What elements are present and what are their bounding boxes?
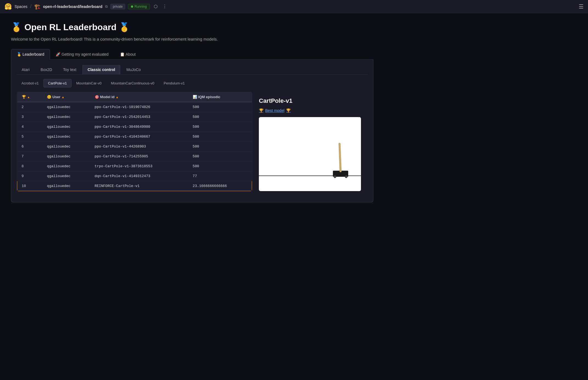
main-content: 🥇 Open RL Leaderboard 🥇 Welcome to the O…	[0, 13, 384, 211]
cartpole-svg	[259, 117, 361, 191]
running-label: Running	[135, 5, 147, 8]
table-row[interactable]: 10qgallouedecREINFORCE-CartPole-v123.166…	[17, 181, 252, 191]
cell-rank: 2	[17, 102, 43, 112]
table-row[interactable]: 7qgallouedecppo-CartPole-v1-714255985500	[17, 152, 252, 161]
spaces-label: Spaces	[15, 4, 27, 9]
col-iqm: 📊 IQM episodic	[188, 92, 252, 102]
cell-iqm: 500	[188, 112, 252, 122]
table-row[interactable]: 3qgallouedecppo-CartPole-v1-254201445350…	[17, 112, 252, 122]
col-model: 🎯 Model id ▲	[90, 92, 188, 102]
env-tab-classic-control[interactable]: Classic control	[82, 65, 120, 74]
cell-user: qgallouedec	[43, 132, 90, 142]
table-row[interactable]: 6qgallouedecppo-CartPole-v1-44268903500	[17, 142, 252, 152]
table-body: 2qgallouedecppo-CartPole-v1-101907482650…	[17, 102, 252, 191]
tab-about[interactable]: 📋 About	[114, 49, 141, 59]
rank-sort-arrow[interactable]: ▲	[27, 95, 30, 99]
cartpole-viz	[259, 117, 361, 191]
separator: /	[30, 4, 32, 9]
env-tab-mujoco[interactable]: MuJoCo	[121, 65, 145, 74]
svg-point-3	[334, 175, 336, 178]
table-header: 🏆 ▲ 😊 User ▲	[17, 92, 252, 102]
sub-env-tab-mountaincar[interactable]: MountainCar-v0	[72, 79, 107, 87]
runtime-btn[interactable]: ⬡	[153, 3, 159, 10]
tab-getting-evaluated[interactable]: 🚀 Getting my agent evaluated	[50, 49, 114, 59]
cell-rank: 3	[17, 112, 43, 122]
user-icon: 😊	[47, 95, 51, 99]
env-tab-toy-text[interactable]: Toy text	[58, 65, 81, 74]
best-model-emoji-left: 🏆	[259, 108, 264, 113]
running-badge: Running	[128, 4, 150, 9]
sub-env-tab-pendulum[interactable]: Pendulum-v1	[159, 79, 189, 87]
cell-iqm: 23.1666666666666	[188, 181, 252, 191]
tab-about-label: 📋 About	[120, 52, 136, 56]
cell-user: qgallouedec	[43, 142, 90, 152]
cell-iqm: 500	[188, 102, 252, 112]
col-user: 😊 User ▲	[43, 92, 90, 102]
options-btn[interactable]: ⋮	[161, 3, 168, 10]
cell-user: qgallouedec	[43, 112, 90, 122]
cell-iqm: 500	[188, 122, 252, 132]
table-row[interactable]: 9qgallouedecdqn-CartPole-v1-414931247377	[17, 171, 252, 181]
cell-user: qgallouedec	[43, 181, 90, 191]
best-model-emoji-right: 🏆	[286, 108, 291, 113]
repo-bold: leaderboard	[80, 4, 102, 9]
table-side-layout: 🏆 ▲ 😊 User ▲	[17, 92, 368, 197]
col-rank: 🏆 ▲	[17, 92, 43, 102]
hf-logo: 🤗	[4, 3, 12, 10]
repo-prefix: open-rl-leaderboard/	[43, 4, 80, 9]
topbar: 🤗 Spaces / 🏗️ open-rl-leaderboard/leader…	[0, 0, 588, 13]
model-sort-arrow[interactable]: ▲	[116, 95, 119, 99]
cell-rank: 7	[17, 152, 43, 161]
table-row[interactable]: 8qgallouedectrpo-CartPole-v1-38736185535…	[17, 161, 252, 171]
page-title: 🥇 Open RL Leaderboard 🥇	[11, 22, 373, 32]
main-tabs: 🥇 Leaderboard 🚀 Getting my agent evaluat…	[11, 49, 373, 59]
cell-model-id: dqn-CartPole-v1-4149312473	[90, 171, 188, 181]
copy-icon[interactable]: ⧉	[105, 4, 108, 9]
side-panel: CartPole-v1 🏆 Best model 🏆	[252, 92, 368, 197]
table-row[interactable]: 5qgallouedecppo-CartPole-v1-410434066750…	[17, 132, 252, 142]
col-iqm-label: IQM episodic	[198, 95, 220, 99]
leaderboard-table-wrap: 🏆 ▲ 😊 User ▲	[17, 92, 252, 191]
cell-iqm: 500	[188, 142, 252, 152]
sub-env-tab-acrobot[interactable]: Acrobot-v1	[17, 79, 43, 87]
hamburger-menu-btn[interactable]: ☰	[579, 3, 584, 10]
cell-user: qgallouedec	[43, 122, 90, 132]
tab-leaderboard[interactable]: 🥇 Leaderboard	[11, 49, 50, 59]
tab-leaderboard-label: 🥇 Leaderboard	[17, 52, 44, 56]
env-tab-box2d[interactable]: Box2D	[36, 65, 57, 74]
cell-rank: 4	[17, 122, 43, 132]
leaderboard-table: 🏆 ▲ 😊 User ▲	[17, 92, 252, 191]
cell-rank: 8	[17, 161, 43, 171]
sub-env-tab-mountaincar-cont[interactable]: MountainCarContinuous-v0	[106, 79, 159, 87]
cell-iqm: 500	[188, 132, 252, 142]
cell-rank: 9	[17, 171, 43, 181]
private-badge: private	[110, 4, 125, 9]
cell-model-id: ppo-CartPole-v1-44268903	[90, 142, 188, 152]
side-panel-title: CartPole-v1	[259, 97, 361, 104]
cell-iqm: 500	[188, 152, 252, 161]
table-row[interactable]: 2qgallouedecppo-CartPole-v1-101907482650…	[17, 102, 252, 112]
user-sort-arrow[interactable]: ▲	[61, 95, 65, 99]
cell-iqm: 77	[188, 171, 252, 181]
cell-rank: 5	[17, 132, 43, 142]
sub-env-tab-cartpole[interactable]: CartPole-v1	[43, 79, 72, 87]
cell-iqm: 500	[188, 161, 252, 171]
best-model-link[interactable]: 🏆 Best model 🏆	[259, 108, 361, 113]
env-tab-atari[interactable]: Atari	[17, 65, 35, 74]
best-model-anchor[interactable]: Best model	[265, 108, 284, 113]
svg-point-4	[345, 175, 347, 178]
cell-rank: 10	[17, 181, 43, 191]
running-dot	[131, 5, 133, 8]
page-description: Welcome to the Open RL Leaderboard! This…	[11, 37, 373, 41]
cell-model-id: ppo-CartPole-v1-2542014453	[90, 112, 188, 122]
repo-name: open-rl-leaderboard/leaderboard	[43, 4, 102, 9]
trophy-icon: 🏆	[22, 95, 26, 99]
cell-user: qgallouedec	[43, 102, 90, 112]
col-user-label: User	[52, 95, 60, 99]
table-row[interactable]: 4qgallouedecppo-CartPole-v1-304864998050…	[17, 122, 252, 132]
cell-rank: 6	[17, 142, 43, 152]
cell-user: qgallouedec	[43, 171, 90, 181]
cell-model-id: ppo-CartPole-v1-714255985	[90, 152, 188, 161]
cell-model-id: ppo-CartPole-v1-4104340667	[90, 132, 188, 142]
cell-model-id: ppo-CartPole-v1-3048649980	[90, 122, 188, 132]
